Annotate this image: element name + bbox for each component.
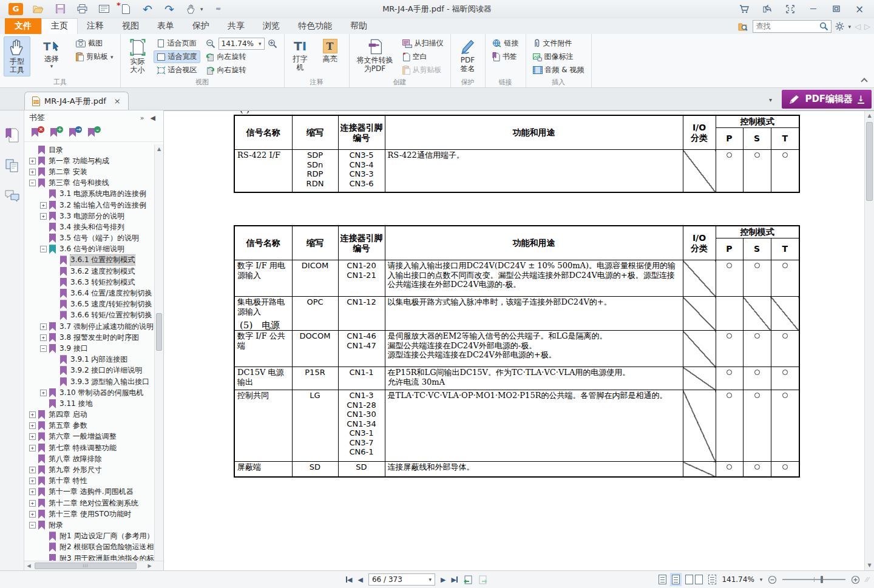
last-page-button[interactable]: ▶ [451, 576, 457, 584]
bookmark-item[interactable]: 目录 [24, 144, 163, 155]
image-annotation-button[interactable]: 图像标注 [530, 50, 588, 63]
customize-toolbar-icon[interactable]: ≂ [212, 3, 225, 15]
bookmark-item-label[interactable]: 附3 用于欧洲新电池指令的标 [59, 553, 154, 561]
bookmark-item-label[interactable]: 3.6.2 速度控制模式 [70, 266, 135, 277]
expand-icon[interactable]: + [29, 169, 36, 175]
previous-page-button[interactable]: ◀ [357, 576, 362, 584]
bookmark-item[interactable]: 附3 用于欧洲新电池指令的标 [24, 553, 163, 561]
advanced-search-icon[interactable] [738, 22, 749, 31]
file-attachment-button[interactable]: 文件附件 [530, 37, 588, 50]
bookmark-item[interactable]: 3.11 接地 [24, 398, 163, 409]
bookmark-item[interactable]: 3.6.1 位置控制模式 [24, 255, 163, 266]
continuous-view-icon[interactable] [672, 575, 680, 584]
clipboard-caret-icon[interactable]: ▾ [110, 54, 113, 60]
previous-view-icon[interactable] [463, 575, 473, 584]
bookmark-add-icon[interactable]: + [50, 128, 61, 139]
fullscreen-icon[interactable] [784, 4, 796, 15]
bookmark-item[interactable]: 3.9.3 源型输入输出接口 [24, 376, 163, 387]
scroll-left-icon[interactable]: ◀ [24, 561, 33, 570]
bookmark-item[interactable]: 3.1 电源系统电路的连接例 [24, 189, 163, 200]
bookmark-item-label[interactable]: 3.9.2 接口的详细说明 [70, 365, 142, 376]
bookmark-item-label[interactable]: 3.4 接头和信号排列 [59, 222, 124, 232]
highlight-button[interactable]: T 高亮 [315, 36, 345, 66]
bookmark-item-label[interactable]: 3.6.5 速度/转矩控制切换 [70, 299, 152, 309]
bookmark-item[interactable]: 附1 周边设定厂商（参考用） [24, 531, 163, 542]
zoom-out-icon[interactable] [206, 39, 215, 49]
collapse-icon[interactable]: − [40, 246, 47, 252]
pdf-sign-button[interactable]: PDF签名 [455, 36, 481, 75]
collapse-icon[interactable]: − [29, 522, 36, 529]
document-tab[interactable]: PDF MR-J4-A手册.pdf × [24, 92, 129, 110]
bookmark-item-label[interactable]: 3.8 报警发生时的时序图 [59, 333, 139, 343]
expand-icon[interactable]: + [40, 202, 47, 209]
bookmark-item[interactable]: 3.6.2 速度控制模式 [24, 266, 163, 277]
close-icon[interactable]: × [853, 4, 866, 15]
tab-保护[interactable]: 保护 [183, 18, 218, 34]
expand-icon[interactable]: + [29, 511, 36, 518]
comments-panel-icon[interactable] [4, 188, 20, 204]
zoom-in-status-icon[interactable] [851, 575, 860, 584]
redo-icon[interactable]: ↷ [163, 3, 176, 15]
next-page-button[interactable]: ▶ [441, 576, 445, 584]
undo-icon[interactable]: ↶ [141, 3, 154, 15]
bookmark-item-label[interactable]: 3.6.3 转矩控制模式 [70, 277, 135, 288]
bookmark-item-label[interactable]: 3.2 输出输入信号的连接例 [59, 200, 146, 211]
bookmark-item[interactable]: +第十二章 绝对位置检测系统 [24, 498, 163, 509]
create-pdf-icon[interactable]: * [119, 3, 132, 15]
expand-icon[interactable]: + [29, 445, 36, 451]
restore-icon[interactable] [830, 4, 842, 15]
zoom-out-status-icon[interactable] [768, 575, 777, 584]
expand-icon[interactable]: + [40, 334, 47, 341]
collapse-ribbon-icon[interactable] [861, 78, 867, 84]
bookmark-item[interactable]: +3.7 强制停止减速功能的说明 [24, 321, 163, 332]
find-options-caret-icon[interactable]: ▾ [848, 24, 851, 30]
bookmark-item[interactable]: +第四章 启动 [24, 410, 163, 421]
bookmark-item[interactable]: +3.10 带制动器的伺服电机 [24, 387, 163, 398]
bookmark-item[interactable]: 3.5 信号（端子）的说明 [24, 233, 163, 244]
snapshot-button[interactable]: 截图 [73, 37, 117, 50]
bookmark-item[interactable]: +第二章 安装 [24, 166, 163, 177]
first-page-button[interactable]: ◀ [346, 576, 352, 584]
bookmark-item-label[interactable]: 第十三章 使用STO功能时 [49, 509, 131, 519]
bookmarks-vertical-scrollbar[interactable]: ▲ [154, 144, 163, 561]
single-page-view-icon[interactable] [659, 575, 666, 584]
bookmark-item[interactable]: +第七章 特殊调整功能 [24, 442, 163, 453]
from-clipboard-button[interactable]: 从剪贴板 [399, 64, 447, 76]
tab-注释[interactable]: 注释 [78, 18, 113, 34]
expand-icon[interactable]: + [29, 158, 36, 164]
bookmark-item-label[interactable]: 3.9 接口 [59, 343, 88, 354]
expand-icon[interactable]: + [29, 433, 36, 440]
bookmark-item-label[interactable]: 第十章 特性 [49, 476, 87, 486]
doc-scroll-down-icon[interactable]: ▼ [865, 561, 874, 570]
bookmark-item-label[interactable]: 第十一章 选购件.周围机器 [49, 487, 134, 497]
typewriter-button[interactable]: TI 打字机 [288, 36, 313, 74]
convert-to-pdf-button[interactable]: 将文件转换为PDF [353, 36, 397, 75]
facing-view-icon[interactable] [685, 575, 693, 584]
page-number-input[interactable]: 66 / 373▾ [368, 573, 435, 586]
rotate-left-button[interactable]: 向左旋转 [203, 50, 280, 63]
expand-icon[interactable]: + [29, 500, 36, 507]
bookmark-item[interactable]: 第八章 故障排除 [24, 453, 163, 464]
fit-page-button[interactable]: 适合页面 [154, 37, 200, 50]
bookmark-item-label[interactable]: 3.1 电源系统电路的连接例 [59, 189, 146, 199]
bookmark-item[interactable]: 3.6.5 速度/转矩控制切换 [24, 299, 163, 310]
bookmark-item[interactable]: 3.6.6 转矩/位置控制切换 [24, 310, 163, 321]
bookmark-item-label[interactable]: 3.10 带制动器的伺服电机 [59, 388, 144, 398]
tab-视图[interactable]: 视图 [113, 18, 148, 34]
bookmarks-hscroll-thumb[interactable]: lll [35, 563, 137, 569]
bookmark-item[interactable]: +3.2 输出输入信号的连接例 [24, 200, 163, 211]
bookmark-item[interactable]: 3.6.4 位置/速度控制切换 [24, 288, 163, 299]
bookmark-item[interactable]: 3.9.1 内部连接图 [24, 354, 163, 365]
bookmark-item-label[interactable]: 第二章 安装 [49, 167, 87, 177]
from-scanner-button[interactable]: 从扫描仪 [399, 37, 447, 50]
tab-帮助[interactable]: 帮助 [341, 18, 376, 34]
bookmark-item-label[interactable]: 3.6 信号的详细说明 [59, 244, 124, 254]
bookmark-item[interactable]: +第五章 参数 [24, 421, 163, 431]
expand-icon[interactable]: + [40, 323, 47, 330]
bookmark-item-label[interactable]: 第十二章 绝对位置检测系统 [49, 498, 138, 509]
bookmark-item-label[interactable]: 3.7 强制停止减速功能的说明 [59, 322, 154, 332]
minimize-icon[interactable] [807, 4, 819, 15]
bookmark-item[interactable]: 3.9.2 接口的详细说明 [24, 365, 163, 376]
tab-主页[interactable]: 主页 [41, 18, 78, 34]
share-icon[interactable] [761, 4, 773, 15]
